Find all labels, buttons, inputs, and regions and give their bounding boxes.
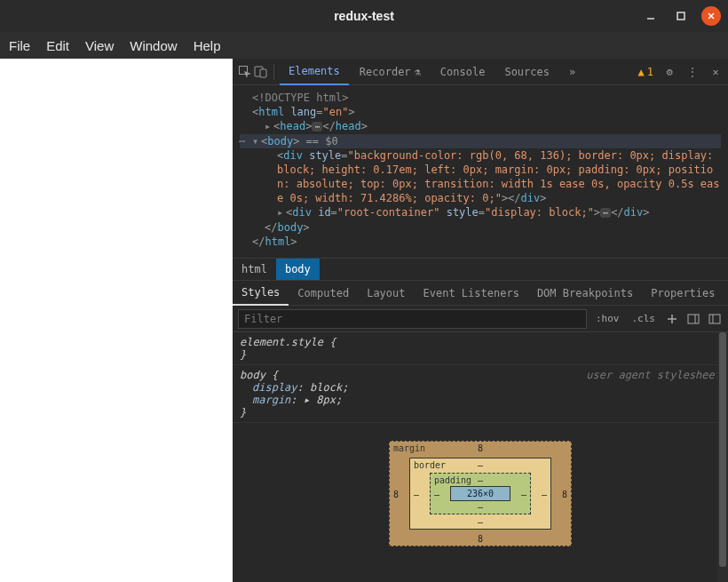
box-margin[interactable]: margin 8 8 8 8 border – – – – padding [389,441,572,546]
crumb-body[interactable]: body [276,259,320,280]
padding-left-value[interactable]: – [434,489,439,498]
devtools-tabstrip: Elements Recorder ⚗ Console Sources » ▲1… [233,59,728,85]
crumb-html[interactable]: html [233,259,276,280]
computed-sidebar-icon[interactable] [685,311,701,327]
svg-rect-6 [260,69,266,77]
margin-bottom-value[interactable]: 8 [478,534,483,544]
dom-div-progress[interactable]: <div style="background-color: rgb(0, 68,… [240,148,721,205]
padding-bottom-value[interactable]: – [478,502,483,512]
warning-icon: ▲ [638,66,645,78]
content-area: Elements Recorder ⚗ Console Sources » ▲1… [0,59,728,582]
dom-head[interactable]: ▸<head>⋯</head> [240,119,721,134]
scrollbar-thumb[interactable] [719,332,726,567]
titlebar: redux-test [0,0,728,32]
styles-tabstrip: Styles Computed Layout Event Listeners D… [233,281,728,306]
kebab-menu-icon[interactable]: ⋮ [685,65,700,79]
rule-close: } [240,348,721,361]
rendering-panel-icon[interactable] [707,311,723,327]
subtab-dom-breakpoints[interactable]: DOM Breakpoints [528,281,642,306]
cls-toggle[interactable]: .cls [629,311,660,326]
window-controls [641,6,721,26]
dom-html-open[interactable]: <html lang="en"> [240,105,721,119]
devtools: Elements Recorder ⚗ Console Sources » ▲1… [233,59,728,582]
styles-toolbar: :hov .cls [233,306,728,332]
box-padding[interactable]: padding – – – – 236×0 [430,473,531,514]
tab-console[interactable]: Console [431,59,495,85]
tab-recorder-label: Recorder [360,66,411,78]
padding-top-value[interactable]: – [478,475,483,485]
rule-close: } [240,406,721,419]
inspect-icon[interactable] [238,65,252,79]
menu-window[interactable]: Window [130,38,177,53]
dom-doctype[interactable]: <!DOCTYPE html> [240,91,721,105]
styles-filter-input[interactable] [238,309,587,329]
dom-body-close[interactable]: </body> [240,220,721,235]
border-right-value[interactable]: – [542,489,547,498]
svg-rect-11 [709,315,720,323]
warnings-badge[interactable]: ▲1 [638,66,653,78]
settings-icon[interactable]: ⚙ [662,65,677,79]
tab-elements[interactable]: Elements [280,59,349,85]
box-border[interactable]: border – – – – padding – – – – 23 [409,458,551,530]
minimize-button[interactable] [641,6,661,26]
subtab-styles[interactable]: Styles [233,281,289,306]
rule-body[interactable]: user agent stylesheet body { display: bl… [233,365,728,423]
devtools-close-icon[interactable]: ✕ [708,65,723,79]
subtabs-overflow[interactable]: » [724,281,728,306]
window-title: redux-test [334,9,394,23]
rule-selector: element.style { [240,336,721,348]
menu-help[interactable]: Help [194,38,221,53]
dom-div-root[interactable]: ▸<div id="root-container" style="display… [240,205,721,220]
close-button[interactable] [701,6,721,26]
ellipsis-icon[interactable]: ⋯ [312,122,322,132]
app-window: redux-test File Edit View Window Help El… [0,0,728,582]
styles-scrollbar[interactable] [717,332,728,582]
box-padding-label: padding [434,475,471,485]
maximize-button[interactable] [671,6,691,26]
box-content[interactable]: 236×0 [450,486,510,501]
rule-element-style[interactable]: element.style { } [233,332,728,365]
dom-tree[interactable]: <!DOCTYPE html> <html lang="en"> ▸<head>… [233,85,728,258]
ellipsis-icon[interactable]: ⋯ [600,208,611,218]
page-viewport[interactable] [0,59,233,582]
new-style-rule-icon[interactable] [664,311,680,327]
dom-body-selected[interactable]: ▾<body> == $0 [240,134,721,148]
menubar: File Edit View Window Help [0,32,728,59]
prop-margin[interactable]: margin [240,394,290,406]
border-top-value[interactable]: – [478,460,483,470]
hov-toggle[interactable]: :hov [592,311,623,326]
tab-recorder[interactable]: Recorder ⚗ [351,59,430,85]
menu-view[interactable]: View [85,38,114,53]
subtab-properties[interactable]: Properties [642,281,724,306]
border-left-value[interactable]: – [414,489,419,498]
box-model[interactable]: margin 8 8 8 8 border – – – – padding [233,423,728,573]
warnings-count: 1 [647,66,653,78]
margin-right-value[interactable]: 8 [562,489,567,498]
subtab-event-listeners[interactable]: Event Listeners [415,281,528,306]
dom-html-close[interactable]: </html> [240,235,721,249]
divider [273,64,274,80]
margin-top-value[interactable]: 8 [478,443,483,453]
margin-left-value[interactable]: 8 [393,489,399,498]
subtab-computed[interactable]: Computed [289,281,358,306]
styles-body: element.style { } user agent stylesheet … [233,332,728,582]
box-margin-label: margin [393,443,425,453]
padding-right-value[interactable]: – [521,489,526,498]
device-toggle-icon[interactable] [254,65,268,79]
tabs-overflow[interactable]: » [560,59,584,85]
box-border-label: border [414,460,446,470]
subtab-layout[interactable]: Layout [358,281,414,306]
flask-icon: ⚗ [415,66,421,78]
prop-display[interactable]: display [240,381,297,394]
svg-rect-9 [688,315,699,323]
tab-sources[interactable]: Sources [495,59,558,85]
border-bottom-value[interactable]: – [478,517,483,527]
svg-rect-1 [677,12,684,20]
dom-breadcrumbs: html body [233,258,728,281]
menu-file[interactable]: File [9,38,30,53]
ua-stylesheet-label: user agent stylesheet [586,369,721,381]
menu-edit[interactable]: Edit [46,38,69,53]
